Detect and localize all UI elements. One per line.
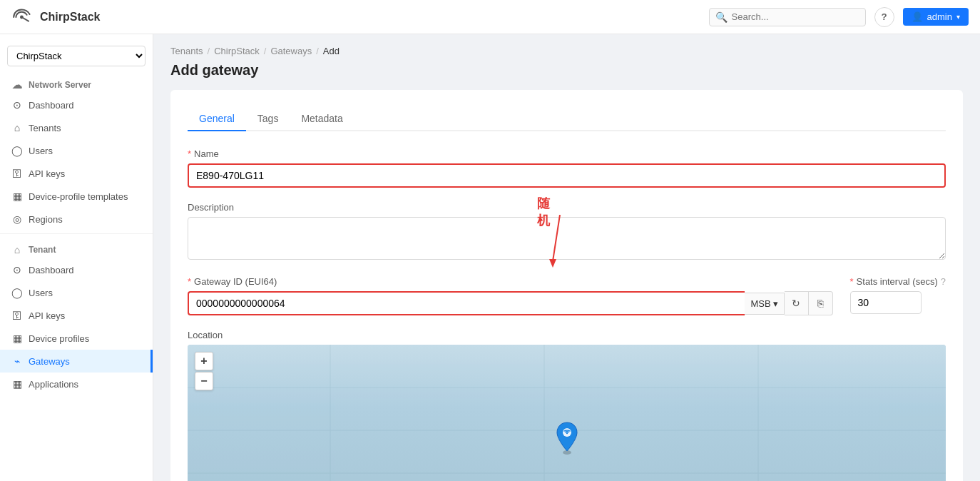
map-pin-svg	[554, 421, 580, 455]
sidebar-item-api-keys[interactable]: ⚿ API keys	[0, 162, 153, 185]
admin-icon: 👤	[912, 11, 923, 22]
tab-metadata[interactable]: Metadata	[290, 107, 354, 131]
zoom-out-button[interactable]: −	[195, 372, 213, 390]
sidebar-item-device-profiles[interactable]: ▦ Device profiles	[0, 327, 153, 350]
map-container[interactable]: + −	[188, 345, 946, 481]
topbar: ChirpStack 🔍 ? 👤 admin ▾	[0, 0, 980, 34]
t-api-keys-icon: ⚿	[11, 310, 23, 321]
breadcrumb-sep-2: /	[264, 46, 267, 56]
breadcrumb: Tenants / ChirpStack / Gateways / Add	[170, 46, 963, 56]
gateway-id-input-row: MSB ▾ ↻ ⎘	[188, 291, 833, 315]
tenant-icon: ⌂	[11, 244, 23, 255]
layout: ChirpStack ☁ Network Server ⊙ Dashboard …	[0, 34, 980, 481]
users-icon: ◯	[11, 145, 23, 156]
tab-general[interactable]: General	[188, 107, 246, 131]
logo-text: ChirpStack	[40, 11, 100, 24]
copy-button[interactable]: ⎘	[809, 291, 833, 315]
name-input[interactable]	[188, 163, 946, 188]
breadcrumb-chirpstack[interactable]: ChirpStack	[214, 46, 260, 56]
stats-label: * Stats interval (secs) ?	[850, 276, 946, 287]
page-title: Add gateway	[170, 62, 963, 79]
zoom-in-button[interactable]: +	[195, 352, 213, 370]
tabs: General Tags Metadata	[188, 107, 946, 131]
gateways-icon: ⌁	[11, 355, 23, 367]
map-grid	[188, 345, 946, 481]
dashboard-icon: ⊙	[11, 99, 23, 111]
sidebar: ChirpStack ☁ Network Server ⊙ Dashboard …	[0, 34, 153, 481]
map-zoom-controls: + −	[195, 352, 213, 390]
sidebar-item-gateways[interactable]: ⌁ Gateways	[0, 350, 153, 373]
logo: ChirpStack	[11, 9, 100, 26]
breadcrumb-tenants[interactable]: Tenants	[170, 46, 203, 56]
map-marker	[554, 421, 580, 457]
name-field-row: * Name	[188, 148, 946, 188]
description-field-row: Description 随机	[188, 202, 946, 262]
tenant-selector[interactable]: ChirpStack	[7, 46, 146, 66]
device-profiles-icon: ▦	[11, 333, 23, 344]
name-required: *	[188, 148, 191, 159]
breadcrumb-sep-3: /	[316, 46, 319, 56]
stats-required: *	[850, 276, 854, 287]
description-input[interactable]	[188, 217, 946, 260]
tab-tags[interactable]: Tags	[246, 107, 290, 131]
help-button[interactable]: ?	[874, 7, 894, 27]
breadcrumb-gateways[interactable]: Gateways	[270, 46, 312, 56]
search-input[interactable]	[732, 11, 859, 22]
sidebar-item-t-api-keys[interactable]: ⚿ API keys	[0, 304, 153, 327]
sidebar-section-tenant: ⌂ Tenant	[0, 237, 153, 258]
sidebar-section-network-server: ☁ Network Server	[0, 72, 153, 93]
sidebar-item-t-users[interactable]: ◯ Users	[0, 281, 153, 304]
t-dashboard-icon: ⊙	[11, 264, 23, 275]
t-users-icon: ◯	[11, 287, 23, 298]
sidebar-item-tenants[interactable]: ⌂ Tenants	[0, 116, 153, 139]
chevron-down-icon: ▾	[956, 13, 960, 21]
location-row: Location	[188, 330, 946, 481]
question-icon[interactable]: ?	[941, 276, 946, 287]
sidebar-item-regions[interactable]: ◎ Regions	[0, 208, 153, 231]
svg-marker-2	[549, 259, 556, 268]
gateway-stats-row: * Gateway ID (EUI64) MSB ▾ ↻	[188, 276, 946, 315]
main-content: Tenants / ChirpStack / Gateways / Add Ad…	[153, 34, 980, 481]
logo-icon	[11, 9, 34, 26]
stats-input[interactable]	[850, 291, 922, 314]
stats-interval-col: * Stats interval (secs) ?	[850, 276, 946, 314]
location-label: Location	[188, 330, 946, 340]
name-label: * Name	[188, 148, 946, 159]
map-background	[188, 345, 946, 481]
sidebar-item-users[interactable]: ◯ Users	[0, 139, 153, 162]
api-keys-icon: ⚿	[11, 168, 23, 179]
sidebar-item-applications[interactable]: ▦ Applications	[0, 373, 153, 395]
msb-select[interactable]: MSB ▾	[745, 293, 784, 315]
search-box[interactable]: 🔍	[709, 8, 866, 26]
breadcrumb-current: Add	[323, 46, 340, 56]
copy-icon: ⎘	[817, 298, 823, 309]
tenants-icon: ⌂	[11, 122, 23, 133]
refresh-button[interactable]: ↻	[785, 291, 809, 315]
server-icon: ☁	[11, 79, 23, 91]
sidebar-item-dashboard[interactable]: ⊙ Dashboard	[0, 93, 153, 116]
sidebar-item-t-dashboard[interactable]: ⊙ Dashboard	[0, 258, 153, 281]
gateway-id-input[interactable]	[188, 291, 745, 315]
breadcrumb-sep-1: /	[208, 46, 210, 56]
sidebar-item-device-profile-templates[interactable]: ▦ Device-profile templates	[0, 185, 153, 208]
svg-point-12	[566, 432, 567, 434]
search-icon: 🔍	[715, 11, 728, 23]
gateway-id-col: * Gateway ID (EUI64) MSB ▾ ↻	[188, 276, 833, 315]
admin-menu-button[interactable]: 👤 admin ▾	[903, 8, 969, 26]
admin-label: admin	[927, 11, 952, 22]
gateway-id-required: *	[188, 276, 191, 287]
form-card: General Tags Metadata * Name Description	[170, 90, 963, 481]
device-profile-icon: ▦	[11, 191, 23, 202]
description-label: Description	[188, 202, 946, 213]
gateway-id-label: * Gateway ID (EUI64)	[188, 276, 833, 287]
applications-icon: ▦	[11, 378, 23, 390]
tenant-select[interactable]: ChirpStack	[7, 46, 146, 66]
regions-icon: ◎	[11, 213, 23, 225]
refresh-icon: ↻	[792, 298, 800, 309]
